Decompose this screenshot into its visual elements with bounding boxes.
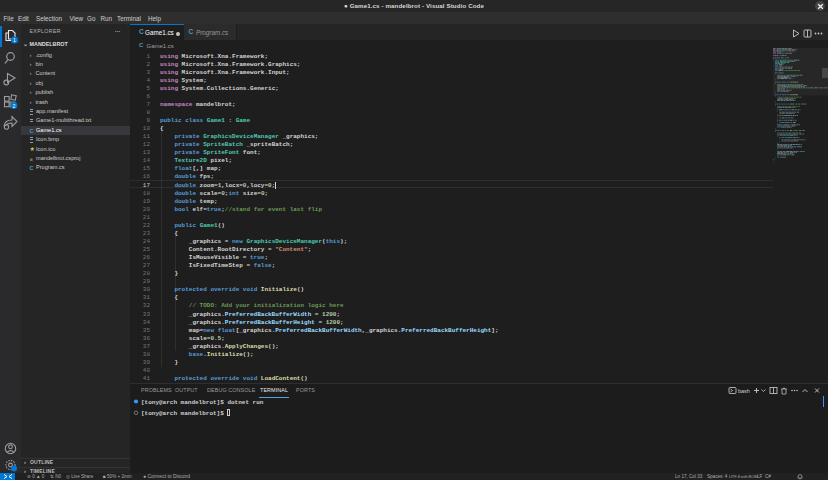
svg-text:1: 1 [13,37,16,43]
svg-text:bash: bash [738,388,750,394]
svg-text:2: 2 [13,103,16,109]
